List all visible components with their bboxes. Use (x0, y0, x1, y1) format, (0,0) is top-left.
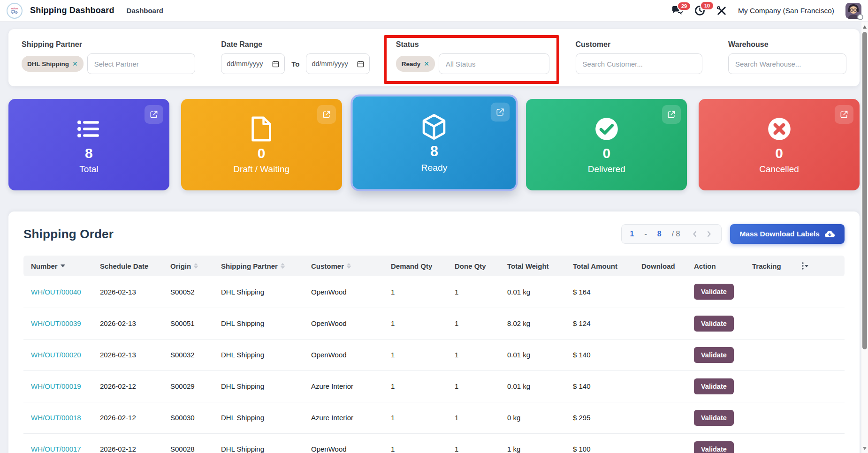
activities-badge: 10 (700, 1, 714, 10)
next-page-button[interactable] (705, 230, 713, 238)
scroll-down-arrow[interactable] (863, 447, 867, 450)
done-qty-cell: 1 (451, 339, 503, 370)
origin-cell: S00030 (167, 402, 217, 433)
messages-button[interactable]: 29 (671, 6, 683, 16)
file-icon (251, 116, 272, 142)
col-total-weight[interactable]: Total Weight (503, 256, 569, 276)
number-cell: WH/OUT/00020 (23, 339, 96, 370)
warehouse-input[interactable] (728, 53, 846, 74)
validate-button[interactable]: Validate (694, 441, 734, 453)
customer-cell: OpenWood (307, 308, 387, 339)
mass-download-labels-button[interactable]: Mass Download Labels (730, 224, 845, 244)
menu-dashboard[interactable]: Dashboard (122, 4, 168, 17)
col-action[interactable]: Action (690, 256, 748, 276)
col-shipping-partner[interactable]: Shipping Partner (217, 256, 307, 276)
column-settings-icon[interactable] (802, 262, 841, 270)
validate-button[interactable]: Validate (694, 347, 734, 363)
menu-cell (798, 433, 845, 453)
open-ready-link-button[interactable] (490, 103, 510, 122)
validate-button[interactable]: Validate (694, 410, 734, 426)
table-row: WH/OUT/000202026-02-13S00032DHL Shipping… (23, 339, 845, 370)
stat-card-ready[interactable]: 8 Ready (352, 97, 516, 189)
external-link-icon (495, 107, 504, 117)
remove-status-tag-icon[interactable]: ✕ (424, 60, 429, 68)
open-cancelled-link-button[interactable] (835, 105, 853, 124)
col-customer[interactable]: Customer (307, 256, 387, 276)
order-number-link[interactable]: WH/OUT/00040 (31, 288, 81, 296)
remove-partner-tag-icon[interactable]: ✕ (72, 60, 78, 68)
orders-table-body: WH/OUT/000402026-02-13S00052DHL Shipping… (23, 276, 845, 453)
stat-card-cancelled[interactable]: 0 Cancelled (699, 99, 860, 190)
order-number-link[interactable]: WH/OUT/00018 (31, 414, 81, 422)
total-weight-cell: 0 kg (503, 402, 569, 433)
calendar-icon (272, 60, 279, 68)
col-total-amount[interactable]: Total Amount (569, 256, 638, 276)
tools-button[interactable] (716, 6, 727, 16)
order-number-link[interactable]: WH/OUT/00020 (31, 351, 81, 359)
open-total-link-button[interactable] (145, 105, 163, 124)
prev-page-button[interactable] (691, 230, 699, 238)
section-title: Shipping Order (23, 227, 114, 242)
status-label: Status (396, 40, 549, 49)
date-range-label: Date Range (221, 40, 370, 49)
col-settings[interactable] (798, 256, 845, 276)
col-tracking[interactable]: Tracking (748, 256, 798, 276)
ready-count: 8 (430, 144, 438, 159)
total-amount-cell: $ 124 (569, 308, 638, 339)
total-weight-cell: 1 kg (503, 433, 569, 453)
orders-table: Number Schedule Date Origin Shipping Par… (23, 256, 845, 453)
company-name[interactable]: My Company (San Francisco) (738, 7, 834, 15)
menu-cell (798, 370, 845, 402)
validate-button[interactable]: Validate (694, 316, 734, 332)
stat-card-delivered[interactable]: 0 Delivered (526, 99, 687, 190)
vertical-scrollbar[interactable] (861, 22, 868, 453)
user-avatar[interactable] (845, 3, 861, 19)
open-delivered-link-button[interactable] (662, 105, 681, 124)
status-input[interactable] (439, 53, 549, 74)
open-draft-link-button[interactable] (317, 105, 336, 124)
order-number-link[interactable]: WH/OUT/00039 (31, 319, 81, 327)
shipping-partner-input[interactable] (87, 53, 195, 74)
date-to-input[interactable]: dd/mm/yyyy (306, 53, 370, 74)
cloud-download-icon (824, 230, 835, 238)
schedule-date-cell: 2026-02-12 (96, 402, 167, 433)
scrollbar-thumb[interactable] (862, 32, 867, 349)
activities-button[interactable]: 10 (694, 5, 705, 16)
action-cell: Validate (690, 433, 748, 453)
col-done-qty[interactable]: Done Qty (451, 256, 503, 276)
customer-input[interactable] (576, 53, 702, 74)
done-qty-cell: 1 (451, 433, 503, 453)
schedule-date-cell: 2026-02-13 (96, 339, 167, 370)
mass-download-label: Mass Download Labels (739, 230, 820, 238)
odoo-logo[interactable]: odoo (7, 3, 23, 19)
shipping-partner-label: Shipping Partner (22, 40, 195, 49)
filter-bar: Shipping Partner DHL Shipping ✕ Date Ran… (8, 29, 860, 86)
shipping-partner-cell: DHL Shipping (217, 308, 307, 339)
page-end[interactable]: 8 (657, 230, 662, 238)
page-start[interactable]: 1 (630, 230, 634, 238)
order-number-link[interactable]: WH/OUT/00019 (31, 382, 81, 390)
validate-button[interactable]: Validate (694, 284, 734, 300)
tracking-cell (748, 308, 798, 339)
date-from-input[interactable]: dd/mm/yyyy (221, 53, 285, 74)
stat-card-draft-waiting[interactable]: 0 Draft / Waiting (181, 99, 342, 190)
sort-both-icon (347, 263, 351, 269)
stat-card-total[interactable]: 8 Total (8, 99, 169, 190)
download-cell (638, 308, 690, 339)
col-demand-qty[interactable]: Demand Qty (387, 256, 451, 276)
delivered-label: Delivered (588, 164, 625, 174)
customer-cell: OpenWood (307, 339, 387, 370)
chevron-right-icon (705, 230, 713, 238)
external-link-icon (322, 110, 331, 119)
col-number[interactable]: Number (23, 256, 96, 276)
col-download[interactable]: Download (638, 256, 690, 276)
origin-cell: S00029 (167, 370, 217, 402)
ready-label: Ready (421, 162, 447, 173)
scroll-up-arrow[interactable] (863, 25, 867, 29)
action-cell: Validate (690, 308, 748, 339)
col-schedule-date[interactable]: Schedule Date (96, 256, 167, 276)
col-origin[interactable]: Origin (167, 256, 217, 276)
total-weight-cell: 8.02 kg (503, 308, 569, 339)
order-number-link[interactable]: WH/OUT/00017 (31, 445, 81, 453)
validate-button[interactable]: Validate (694, 378, 734, 394)
